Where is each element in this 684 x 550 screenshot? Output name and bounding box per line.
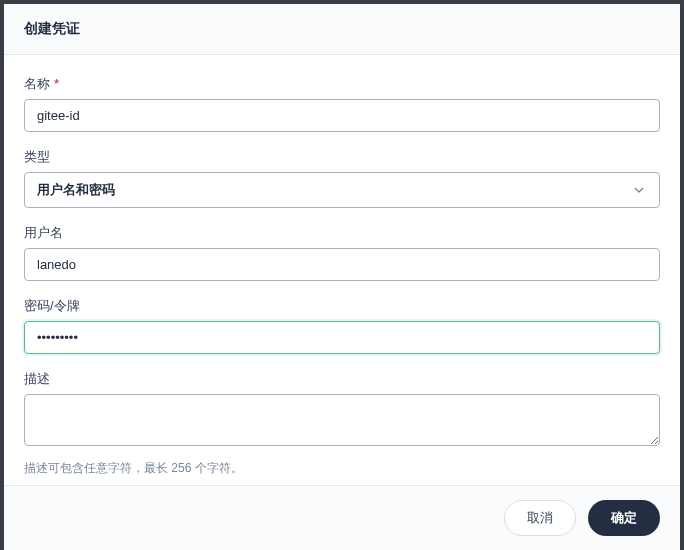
form-group-name: 名称*: [24, 75, 660, 132]
description-help: 描述可包含任意字符，最长 256 个字符。: [24, 460, 660, 477]
form-group-type: 类型 用户名和密码: [24, 148, 660, 208]
chevron-down-icon: [631, 182, 647, 198]
description-label: 描述: [24, 370, 660, 388]
required-mark: *: [54, 76, 59, 91]
create-credential-modal: 创建凭证 名称* 类型 用户名和密码 用户名 密码/令牌 描述: [4, 4, 680, 550]
type-select-value: 用户名和密码: [37, 181, 115, 199]
form-group-username: 用户名: [24, 224, 660, 281]
password-input[interactable]: [24, 321, 660, 354]
description-textarea[interactable]: [24, 394, 660, 446]
name-label-text: 名称: [24, 76, 50, 91]
modal-body: 名称* 类型 用户名和密码 用户名 密码/令牌 描述 描述可包含任意字符，最长 …: [4, 55, 680, 485]
username-input[interactable]: [24, 248, 660, 281]
modal-footer: 取消 确定: [4, 485, 680, 550]
modal-header: 创建凭证: [4, 4, 680, 55]
modal-title: 创建凭证: [24, 20, 660, 38]
type-label: 类型: [24, 148, 660, 166]
form-group-password: 密码/令牌: [24, 297, 660, 354]
password-label: 密码/令牌: [24, 297, 660, 315]
name-label: 名称*: [24, 75, 660, 93]
confirm-button[interactable]: 确定: [588, 500, 660, 536]
form-group-description: 描述 描述可包含任意字符，最长 256 个字符。: [24, 370, 660, 477]
type-select[interactable]: 用户名和密码: [24, 172, 660, 208]
name-input[interactable]: [24, 99, 660, 132]
username-label: 用户名: [24, 224, 660, 242]
cancel-button[interactable]: 取消: [504, 500, 576, 536]
